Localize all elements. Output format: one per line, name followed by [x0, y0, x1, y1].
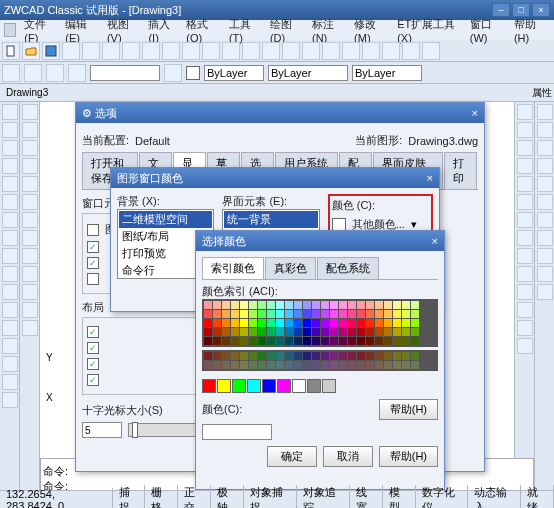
palette-cell[interactable] — [384, 310, 392, 318]
palette-cell[interactable] — [276, 352, 284, 360]
palette-cell[interactable] — [267, 319, 275, 327]
status-ortho[interactable]: 正交 — [178, 485, 211, 509]
palette-cell[interactable] — [348, 361, 356, 369]
status-tablet[interactable]: 数字化仪 — [416, 485, 469, 509]
palette-cell[interactable] — [240, 301, 248, 309]
paste-button[interactable] — [142, 42, 160, 60]
palette-cell[interactable] — [366, 337, 374, 345]
palette-cell[interactable] — [402, 337, 410, 345]
palette-cell[interactable] — [240, 310, 248, 318]
chk-3[interactable]: ✓ — [87, 257, 99, 269]
color-ltgray[interactable] — [322, 379, 336, 393]
palette-cell[interactable] — [393, 352, 401, 360]
palette-cell[interactable] — [222, 319, 230, 327]
palette-cell[interactable] — [204, 361, 212, 369]
tab-true-color[interactable]: 真彩色 — [265, 257, 316, 279]
palette-cell[interactable] — [303, 328, 311, 336]
palette-cell[interactable] — [276, 337, 284, 345]
palette-cell[interactable] — [285, 361, 293, 369]
color-red[interactable] — [202, 379, 216, 393]
match-button[interactable] — [162, 42, 180, 60]
palette-cell[interactable] — [330, 310, 338, 318]
palette-cell[interactable] — [267, 301, 275, 309]
palette-cell[interactable] — [267, 328, 275, 336]
palette-cell[interactable] — [348, 352, 356, 360]
chk-6[interactable]: ✓ — [87, 342, 99, 354]
rtb-b[interactable] — [537, 122, 553, 138]
status-otrack[interactable]: 对象追踪 — [297, 485, 350, 509]
linetype-combo[interactable]: ByLayer — [268, 65, 348, 81]
ltb2-l[interactable] — [22, 302, 38, 318]
palette-cell[interactable] — [240, 319, 248, 327]
color-white[interactable] — [292, 379, 306, 393]
rtb-d[interactable] — [537, 158, 553, 174]
palette-cell[interactable] — [411, 319, 419, 327]
palette-cell[interactable] — [240, 337, 248, 345]
palette-cell[interactable] — [384, 361, 392, 369]
palette-cell[interactable] — [321, 301, 329, 309]
ltb-hatch[interactable] — [2, 248, 18, 264]
palette-cell[interactable] — [348, 328, 356, 336]
palette-cell[interactable] — [213, 352, 221, 360]
tb2-a[interactable] — [2, 64, 20, 82]
ltb2-h[interactable] — [22, 230, 38, 246]
palette-cell[interactable] — [240, 361, 248, 369]
palette-cell[interactable] — [285, 310, 293, 318]
palette-cell[interactable] — [294, 319, 302, 327]
ltb-rect[interactable] — [2, 176, 18, 192]
palette-cell[interactable] — [312, 310, 320, 318]
palette-cell[interactable] — [330, 361, 338, 369]
palette-cell[interactable] — [303, 337, 311, 345]
rtb2-l[interactable] — [517, 302, 533, 318]
palette-cell[interactable] — [321, 361, 329, 369]
ltb-line[interactable] — [2, 104, 18, 120]
color-combo[interactable]: ByLayer — [204, 65, 264, 81]
rtb2-f[interactable] — [517, 194, 533, 210]
ltb2-c[interactable] — [22, 140, 38, 156]
palette-cell[interactable] — [222, 328, 230, 336]
palette-cell[interactable] — [258, 352, 266, 360]
rtb-i[interactable] — [537, 248, 553, 264]
ltb2-k[interactable] — [22, 284, 38, 300]
palette-cell[interactable] — [204, 310, 212, 318]
palette-cell[interactable] — [231, 319, 239, 327]
palette-cell[interactable] — [294, 361, 302, 369]
ltb-mtext[interactable] — [2, 302, 18, 318]
color-magenta[interactable] — [277, 379, 291, 393]
rtb-g[interactable] — [537, 212, 553, 228]
doc-tab[interactable]: Drawing3 — [6, 87, 48, 98]
palette-cell[interactable] — [339, 301, 347, 309]
chk-5[interactable]: ✓ — [87, 326, 99, 338]
rtb2-k[interactable] — [517, 284, 533, 300]
palette-cell[interactable] — [303, 310, 311, 318]
palette-cell[interactable] — [330, 301, 338, 309]
ltb-arc[interactable] — [2, 158, 18, 174]
palette-cell[interactable] — [240, 328, 248, 336]
palette-cell[interactable] — [213, 319, 221, 327]
close-icon[interactable]: × — [427, 172, 433, 184]
ltb-table[interactable] — [2, 338, 18, 354]
palette-cell[interactable] — [357, 352, 365, 360]
palette-cell[interactable] — [411, 337, 419, 345]
palette-cell[interactable] — [276, 319, 284, 327]
rtb2-d[interactable] — [517, 158, 533, 174]
palette-cell[interactable] — [276, 301, 284, 309]
palette-cell[interactable] — [249, 310, 257, 318]
palette-cell[interactable] — [393, 310, 401, 318]
tb2-e[interactable] — [164, 64, 182, 82]
rtb2-b[interactable] — [517, 122, 533, 138]
palette-cell[interactable] — [249, 361, 257, 369]
palette-cell[interactable] — [384, 301, 392, 309]
color-swatch[interactable] — [186, 66, 200, 80]
palette-cell[interactable] — [321, 319, 329, 327]
palette-cell[interactable] — [204, 352, 212, 360]
tab-colorbook[interactable]: 配色系统 — [317, 257, 379, 279]
rtb2-a[interactable] — [517, 104, 533, 120]
palette-cell[interactable] — [285, 319, 293, 327]
palette-cell[interactable] — [375, 319, 383, 327]
palette-cell[interactable] — [231, 337, 239, 345]
select-color-title[interactable]: 选择颜色× — [196, 231, 444, 251]
tb2-c[interactable] — [46, 64, 64, 82]
undo-button[interactable] — [182, 42, 200, 60]
color-input[interactable] — [202, 424, 272, 440]
